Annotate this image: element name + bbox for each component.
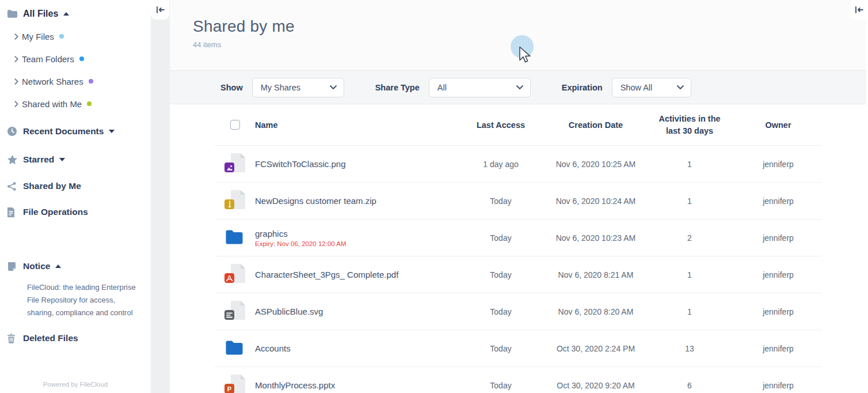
cell-activities: 1 <box>645 197 734 206</box>
cell-activities: 1 <box>645 307 734 316</box>
sidebar-gutter <box>151 0 170 393</box>
sidebar-item-label: File Operations <box>23 207 88 217</box>
filecloud-app: All Files My Files Team Folders Network … <box>0 0 868 393</box>
folder-icon <box>7 9 23 18</box>
cell-last-access: Today <box>455 307 547 316</box>
sidebar-item-file-operations[interactable]: File Operations <box>7 205 151 219</box>
table-row[interactable]: NewDesigns customer team.zip Today Nov 6… <box>215 183 822 220</box>
caret-up-icon <box>63 12 69 16</box>
cell-creation-date: Nov 6, 2020 8:20 AM <box>547 307 645 316</box>
star-icon <box>7 154 23 165</box>
show-filter-select[interactable]: My Shares <box>252 78 344 97</box>
cell-owner: jenniferp <box>734 160 822 169</box>
table-row[interactable]: graphics Expiry: Nov 06, 2020 12:00 AM T… <box>215 220 822 256</box>
cell-creation-date: Oct 30, 2020 9:20 AM <box>547 381 645 390</box>
chevron-right-icon <box>14 78 22 85</box>
file-name[interactable]: CharacterSheet_3Pgs_ Complete.pdf <box>255 270 455 279</box>
cell-activities: 13 <box>645 344 734 353</box>
table-body: FCSwitchToClassic.png 1 day ago Nov 6, 2… <box>215 146 822 393</box>
column-header-name[interactable]: Name <box>250 120 455 130</box>
file-name[interactable]: NewDesigns customer team.zip <box>255 196 455 206</box>
cell-activities: 1 <box>645 270 734 279</box>
status-dot <box>79 56 84 61</box>
file-name[interactable]: ASPublicBlue.svg <box>255 307 455 316</box>
cell-activities: 1 <box>645 160 734 169</box>
cell-creation-date: Nov 6, 2020 10:24 AM <box>547 197 645 206</box>
expiration-filter-select[interactable]: Show All <box>612 78 691 97</box>
caret-down-icon <box>59 158 65 161</box>
sidebar-item-label: Recent Documents <box>23 126 104 137</box>
chevron-right-icon <box>14 33 22 40</box>
clock-icon <box>7 126 23 137</box>
cell-creation-date: Nov 6, 2020 10:25 AM <box>547 160 645 169</box>
sidebar-item-all-files[interactable]: All Files <box>7 7 151 21</box>
table-row[interactable]: ASPublicBlue.svg Today Nov 6, 2020 8:20 … <box>215 293 822 330</box>
cell-last-access: 1 day ago <box>455 160 547 169</box>
collapse-right-panel-button[interactable] <box>850 0 868 20</box>
sidebar-item-label: Starred <box>23 154 54 165</box>
sidebar-item-label: Team Folders <box>22 54 74 64</box>
sidebar-item-notice[interactable]: Notice <box>7 259 151 273</box>
show-filter-label: Show <box>220 83 243 92</box>
sidebar-item-label: Deleted Files <box>23 333 78 343</box>
status-dot <box>89 79 93 84</box>
sidebar-item-team-folders[interactable]: Team Folders <box>7 52 151 66</box>
expiration-filter-label: Expiration <box>562 83 603 92</box>
status-dot <box>59 34 64 39</box>
sidebar-item-shared-with-me[interactable]: Shared with Me <box>7 97 151 111</box>
caret-up-icon <box>55 264 61 268</box>
collapse-right-icon <box>854 6 864 14</box>
collapse-left-sidebar-button[interactable] <box>151 0 169 20</box>
column-header-creation-date[interactable]: Creation Date <box>547 120 645 130</box>
file-table: Name Last Access Creation Date Activitie… <box>170 104 868 393</box>
cell-last-access: Today <box>455 344 547 353</box>
powered-by-label: Powered by FileCloud <box>0 381 151 388</box>
sidebar-item-label: Shared with Me <box>22 99 82 109</box>
document-icon <box>7 207 23 217</box>
chevron-right-icon <box>14 56 22 62</box>
sidebar-item-recent-documents[interactable]: Recent Documents <box>7 124 151 138</box>
cell-creation-date: Nov 6, 2020 8:21 AM <box>547 270 645 279</box>
sidebar-item-deleted-files[interactable]: Deleted Files <box>7 331 151 345</box>
chevron-down-icon <box>330 85 337 89</box>
file-name[interactable]: FCSwitchToClassic.png <box>255 159 455 169</box>
sidebar-item-my-files[interactable]: My Files <box>7 29 151 43</box>
table-row[interactable]: FCSwitchToClassic.png 1 day ago Nov 6, 2… <box>215 146 822 183</box>
table-row[interactable]: P MonthlyProcess.pptx Today Oct 30, 2020… <box>215 367 822 393</box>
table-header-row: Name Last Access Creation Date Activitie… <box>215 104 822 146</box>
chevron-down-icon <box>677 85 684 89</box>
caret-down-icon <box>109 130 115 133</box>
sidebar-item-network-shares[interactable]: Network Shares <box>7 74 151 88</box>
cell-last-access: Today <box>455 270 547 279</box>
cell-owner: jenniferp <box>734 307 822 316</box>
cell-owner: jenniferp <box>734 381 822 390</box>
select-all-checkbox[interactable] <box>230 120 240 130</box>
column-header-owner[interactable]: Owner <box>734 120 822 130</box>
cell-last-access: Today <box>455 233 547 243</box>
notice-text: FileCloud: the leading Enterprise File R… <box>27 281 143 319</box>
sidebar-item-shared-by-me[interactable]: Shared by Me <box>7 179 151 193</box>
sidebar-item-starred[interactable]: Starred <box>7 153 151 167</box>
column-header-last-access[interactable]: Last Access <box>455 120 547 130</box>
expiry-label: Expiry: Nov 06, 2020 12:00 AM <box>255 240 455 247</box>
note-icon <box>7 262 23 271</box>
file-name[interactable]: graphics <box>255 229 455 239</box>
cell-creation-date: Oct 30, 2020 2:24 PM <box>547 344 645 353</box>
sidebar-item-label: Notice <box>23 261 50 271</box>
trash-icon <box>7 334 23 343</box>
table-row[interactable]: Accounts Today Oct 30, 2020 2:24 PM 13 j… <box>215 330 822 367</box>
file-type-icon <box>224 301 245 322</box>
cell-owner: jenniferp <box>734 270 822 279</box>
share-type-filter-select[interactable]: All <box>429 78 531 97</box>
file-name[interactable]: Accounts <box>255 343 455 353</box>
file-type-icon <box>224 229 244 247</box>
column-header-activities[interactable]: Activities in the last 30 days <box>654 113 725 137</box>
chevron-down-icon <box>516 85 523 89</box>
file-type-icon <box>224 190 245 211</box>
table-row[interactable]: CharacterSheet_3Pgs_ Complete.pdf Today … <box>215 256 822 293</box>
mouse-cursor <box>519 46 531 65</box>
chevron-right-icon <box>14 101 22 107</box>
file-type-icon: P <box>224 375 245 393</box>
cell-activities: 2 <box>645 233 734 243</box>
file-name[interactable]: MonthlyProcess.pptx <box>255 380 455 390</box>
